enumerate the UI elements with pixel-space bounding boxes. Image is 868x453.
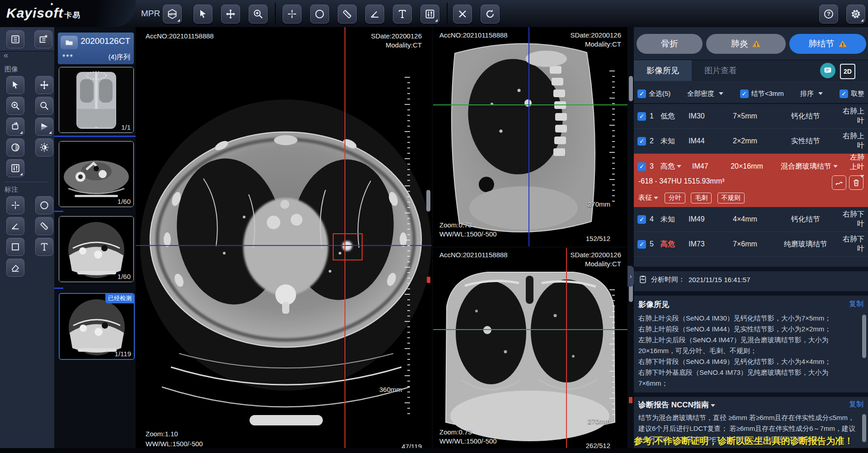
feature-chip-irregular[interactable]: 不规则 [717,193,745,203]
pointer-tool-button[interactable] [6,76,24,94]
thumbnail-slice-count: 1/60 [118,273,131,280]
nodule-row-2[interactable]: ✓ 2 未知 IM44 2×2mm 实性结节 右肺上叶 [634,129,868,154]
sagittal-viewport[interactable]: AccNO:202101158888 SDate:20200126 Modali… [433,27,627,246]
coronal-viewport[interactable]: AccNO:202101158888 SDate:20200126 Modali… [433,248,627,453]
pan-tool-button[interactable] [35,76,53,94]
invert-button[interactable] [6,138,24,156]
axial-nodule-position-marker[interactable] [427,277,430,283]
tab-picture-view[interactable]: 图片查看 [693,60,748,81]
checkbox-checked[interactable]: ✓ [637,112,646,121]
expand-panel-handle[interactable]: › [627,266,634,287]
checkbox-checked[interactable]: ✓ [637,240,646,249]
axial-viewport[interactable]: AccNO:202101158888 SDate:20200126 Modali… [136,27,432,453]
tab-fracture[interactable]: 骨折 [637,34,703,54]
feature-dropdown[interactable]: 表征 [638,193,658,201]
text-tool-button[interactable] [393,5,412,24]
report-chat-button[interactable] [820,63,835,78]
thumbnail-series-3[interactable]: 1/60 [59,216,134,282]
pan-tool-button[interactable] [221,5,240,24]
nodule-location: 右肺下叶 [841,210,864,229]
filter-select-all[interactable]: ✓全选(5) [637,90,670,98]
ruler-tool-button[interactable] [338,5,357,24]
axial-study-date: SDate:20200126 [371,32,422,41]
close-layout-button[interactable] [34,30,52,48]
sagittal-slice-scrollbar[interactable] [629,76,633,101]
reset-view-button[interactable] [481,5,500,24]
findings-scrollbar[interactable] [862,315,866,358]
rectangle-mark-button[interactable] [6,238,24,256]
ruler-mark-button[interactable] [35,217,53,235]
text-mark-button[interactable] [35,238,53,256]
filter-small-nodule[interactable]: ✓结节<3mm [740,90,784,98]
toolbar-separator [447,3,448,24]
nodule-row-3-selected[interactable]: ✓ 3 高危 IM47 20×16mm 混合磨玻璃结节 左肺上叶 -618 - … [634,154,868,207]
feature-chip-lobulated[interactable]: 分叶 [665,193,685,203]
zoom-in-tool-button[interactable] [6,97,24,115]
checkbox-checked[interactable]: ✓ [637,90,646,98]
tab-image-findings[interactable]: 影像所见 [634,60,692,81]
series-header[interactable]: 20200126CT *** (4)序列 [58,33,134,64]
magnifier-tool-button[interactable] [35,97,53,115]
help-button[interactable] [819,5,838,24]
annotation-section-label: 标注 [5,185,18,194]
cine-play-button[interactable] [35,118,53,136]
feature-chip-spiculated[interactable]: 毛刺 [691,193,712,203]
checkbox-checked[interactable]: ✓ [840,90,848,98]
disclaimer-marquee: 参考,不作诊断证明，诊断以医生出具的诊断报告为准！ [634,435,868,447]
filter-sort-dropdown[interactable]: 排序 [800,90,823,98]
thumbnail-series-2[interactable]: 1/60 [59,141,134,207]
settings-button[interactable] [846,5,865,24]
nodule-roi-box[interactable] [333,233,363,260]
tab-lung-nodule[interactable]: 肺结节 [789,34,866,54]
crosshair-tool-button[interactable] [283,5,302,24]
nodule-row-4[interactable]: ✓ 4 未知 IM49 4×4mm 钙化结节 右肺下叶 [634,207,868,232]
delete-annotation-button[interactable] [453,5,472,24]
angle-mark-button[interactable] [6,217,24,235]
tab-pneumonia[interactable]: 肺炎 [706,34,786,54]
rotate-flip-button[interactable] [6,118,24,136]
chevron-down-icon [833,165,838,168]
series-list-button[interactable] [6,30,24,48]
checkbox-checked[interactable]: ✓ [637,137,646,146]
logo-text: Kayisoft [6,5,63,20]
copy-report-link[interactable]: 复制 [849,400,863,409]
window-level-button[interactable] [420,5,439,24]
risk-level: 未知 [660,137,689,146]
ellipse-mark-button[interactable] [35,196,53,214]
nodule-type-dropdown[interactable]: 混合磨玻璃结节 [774,162,845,171]
risk-level-dropdown[interactable]: 高危 [660,162,692,171]
nodule-type: 纯磨玻璃结节 [770,240,841,249]
checkbox-checked[interactable]: ✓ [637,162,646,171]
angle-tool-button[interactable] [365,5,384,24]
checkbox-checked[interactable]: ✓ [740,90,749,98]
follow-up-curve-button[interactable] [832,175,846,190]
nodule-row-5[interactable]: ✓ 5 高危 IM73 7×6mm 纯磨玻璃结节 右肺下叶 [634,232,868,257]
axial-zoom-level: Zoom:1.10 [146,429,178,439]
2d-view-button[interactable]: 2D [840,64,855,79]
thumbnail-series-4-selected[interactable]: 已经检测 1/119 [59,293,135,360]
pointer-tool-button[interactable] [193,5,212,24]
zoom-tool-button[interactable] [249,5,268,24]
collapse-panel-button[interactable]: « [4,51,8,60]
image-number: IM49 [689,215,720,223]
filter-round[interactable]: ✓取整 [840,90,864,98]
thumbnail-scout[interactable]: 1/1 [59,67,134,133]
top-toolbar: ✦Kayisoft卡易 MPR [0,0,868,27]
mpr-layout-button[interactable] [163,5,182,24]
copy-findings-link[interactable]: 复制 [849,299,863,309]
point-mark-button[interactable] [6,196,24,214]
risk-level-high: 高危 [660,240,689,249]
eraser-button[interactable] [6,259,24,277]
window-level-button[interactable] [6,159,24,177]
ellipse-tool-button[interactable] [310,5,329,24]
sagittal-zoom-level: Zoom:0.73 [439,221,472,230]
coronal-nodule-position-marker[interactable] [629,397,632,403]
nodule-row-1[interactable]: ✓ 1 低危 IM30 7×5mm 钙化结节 右肺上叶 [634,104,868,129]
delete-nodule-button[interactable] [849,175,863,190]
checkbox-checked[interactable]: ✓ [637,215,646,224]
folder-icon[interactable] [61,36,78,49]
brightness-button[interactable] [35,138,53,156]
filter-density-dropdown[interactable]: 全部密度 [687,90,723,98]
axial-slice-scrollbar[interactable] [426,190,430,212]
toolbar-separator [275,3,276,24]
